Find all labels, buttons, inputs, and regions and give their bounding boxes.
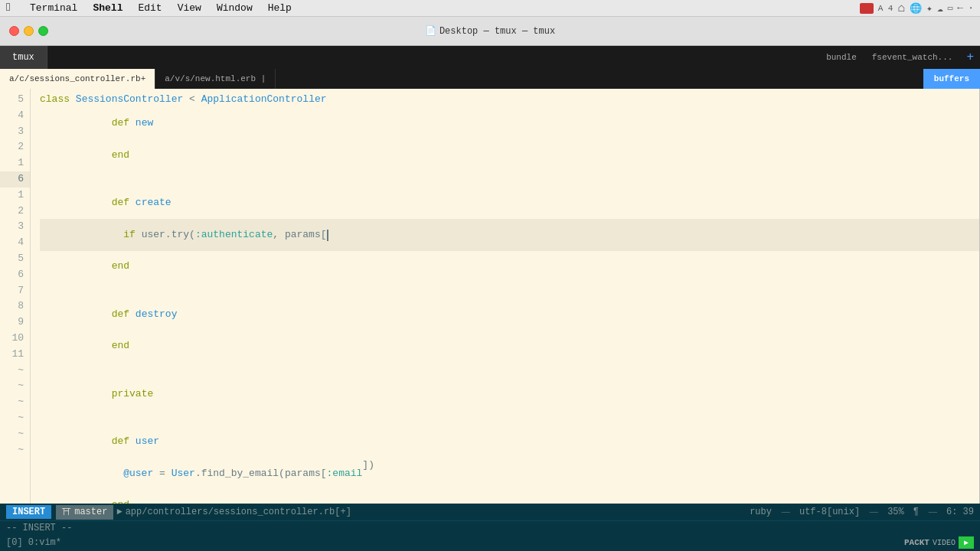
code-line-8 [40, 283, 979, 299]
status-bar: INSERT ⛩ master ► app/controllers/sessio… [0, 504, 980, 520]
code-line-5: def create [40, 187, 979, 220]
branch-indicator: ⛩ master [56, 505, 113, 520]
globe-icon: 🌐 [910, 2, 922, 15]
editor-area: 5 4 3 2 1 6 1 2 3 4 5 6 7 8 9 10 11 ~ ~ … [0, 89, 980, 504]
menu-edit[interactable]: Edit [130, 1, 169, 15]
para-symbol: ¶ [913, 507, 919, 517]
code-line-3: end [40, 139, 979, 171]
mode-indicator: INSERT [6, 505, 51, 519]
cursor-position: 6: 39 [946, 507, 974, 517]
tmux-tab-tmux[interactable]: tmux [0, 46, 47, 69]
code-line-4 [40, 171, 979, 187]
tmux-right-tabs: bundle fsevent_watch... + [47, 46, 980, 69]
menu-view[interactable]: View [170, 1, 209, 15]
ln-tilde-5: ~ [0, 426, 30, 442]
code-line-11 [40, 363, 979, 379]
ln-tilde-3: ~ [0, 394, 30, 410]
traffic-lights [9, 26, 48, 36]
window-title-text: Desktop — tmux — tmux [439, 26, 555, 37]
code-line-15: @user = User.find_by_email(params[:email… [40, 458, 979, 490]
status-sep-1: ⸻ [781, 507, 790, 518]
ln-tilde-2: ~ [0, 378, 30, 394]
line-numbers: 5 4 3 2 1 6 1 2 3 4 5 6 7 8 9 10 11 ~ ~ … [0, 89, 31, 504]
menu-window[interactable]: Window [209, 1, 260, 15]
code-line-6: if user.try(:authenticate, params[ [40, 219, 979, 251]
status-sep-3: ⸻ [928, 507, 937, 518]
ln-3b: 3 [0, 219, 30, 235]
scroll-percent: 35% [887, 507, 904, 517]
buffers-button[interactable]: buffers [923, 69, 980, 89]
battery-icon: ▭ [948, 3, 953, 13]
terminal-icon: 📄 [425, 25, 436, 37]
pane-header: a/c/sessions_controller.rb+ a/v/s/new.ht… [0, 69, 980, 89]
ln-9: 9 [0, 315, 30, 331]
branch-name: master [74, 507, 107, 517]
ln-1b: 1 [0, 187, 30, 204]
ln-6b: 6 [0, 267, 30, 283]
code-line-10: end [40, 331, 979, 363]
file-tab-new-erb[interactable]: a/v/s/new.html.erb | [155, 69, 276, 89]
back-icon: ← [957, 2, 963, 14]
menubar-right: A 4 ⌂ 🌐 ✦ ☁ ▭ ← ⋅ [860, 2, 974, 15]
app-icon-red [860, 3, 874, 14]
ln-2b: 2 [0, 204, 30, 220]
ln-tilde-1: ~ [0, 363, 30, 379]
editor-cursor [327, 230, 328, 241]
menu-terminal[interactable]: Terminal [22, 1, 85, 15]
minimize-button[interactable] [24, 26, 34, 36]
ln-6: 6 [0, 171, 30, 187]
code-line-13 [40, 410, 979, 426]
code-line-12: private [40, 378, 979, 410]
tmux-tabbar: tmux bundle fsevent_watch... + [0, 46, 980, 69]
ln-11: 11 [0, 347, 30, 363]
maximize-button[interactable] [38, 26, 48, 36]
code-line-14: def user [40, 426, 979, 458]
ln-3: 3 [0, 124, 30, 140]
code-line-1: class SessionsController < ApplicationCo… [40, 92, 979, 108]
branch-icon: ⛩ [62, 507, 71, 518]
ln-10: 10 [0, 331, 30, 347]
filepath: app/controllers/sessions_controller.rb[+… [126, 507, 351, 517]
editor-pane: 5 4 3 2 1 6 1 2 3 4 5 6 7 8 9 10 11 ~ ~ … [0, 89, 980, 504]
packt-logo: PACKT VIDEO ▶ [904, 536, 974, 549]
ln-1a: 1 [0, 155, 30, 171]
code-line-7: end [40, 251, 979, 283]
ln-4: 4 [0, 108, 30, 124]
cloud-icon: ☁ [937, 2, 943, 15]
ln-5: 5 [0, 92, 30, 108]
tmux-tab-bundle[interactable]: bundle [818, 53, 864, 62]
status-arrow: ► [116, 507, 122, 517]
code-line-16: end [40, 490, 979, 504]
a4-label: A 4 [878, 4, 893, 13]
tmux-new-tab-button[interactable]: + [966, 51, 974, 64]
code-line-9: def destroy [40, 298, 979, 331]
code-content[interactable]: 5 4 3 2 1 6 1 2 3 4 5 6 7 8 9 10 11 ~ ~ … [0, 89, 979, 504]
tmux-tab-label: tmux [12, 52, 34, 63]
file-tab-sessions[interactable]: a/c/sessions_controller.rb+ [0, 69, 155, 89]
code-lines[interactable]: class SessionsController < ApplicationCo… [31, 89, 979, 504]
window-title: 📄 Desktop — tmux — tmux [425, 25, 555, 37]
bluetooth-icon: ⋅ [968, 2, 974, 15]
ln-5b: 5 [0, 251, 30, 267]
menu-help[interactable]: Help [260, 1, 299, 15]
titlebar: 📄 Desktop — tmux — tmux [0, 17, 980, 46]
insert-mode-text: -- INSERT -- [6, 523, 72, 533]
status-sep-2: ⸻ [869, 507, 878, 518]
bottom-bar: [0] 0:vim* PACKT VIDEO ▶ [0, 534, 980, 551]
ln-8: 8 [0, 298, 30, 315]
encoding-indicator: utf-8[unix] [799, 507, 860, 517]
dropbox-icon: ✦ [926, 2, 933, 15]
vim-info: [0] 0:vim* [6, 537, 61, 548]
packt-text: PACKT [904, 538, 929, 547]
ln-tilde-6: ~ [0, 442, 30, 458]
language-indicator: ruby [750, 507, 772, 517]
code-line-2: def new [40, 108, 979, 140]
menubar:  Terminal Shell Edit View Window Help A… [0, 0, 980, 17]
apple-menu[interactable]:  [6, 2, 13, 15]
ln-7: 7 [0, 283, 30, 299]
menu-shell[interactable]: Shell [85, 1, 130, 15]
ln-2a: 2 [0, 139, 30, 155]
tmux-tab-fsevent[interactable]: fsevent_watch... [864, 53, 961, 62]
close-button[interactable] [9, 26, 19, 36]
packt-play-button[interactable]: ▶ [959, 536, 974, 549]
